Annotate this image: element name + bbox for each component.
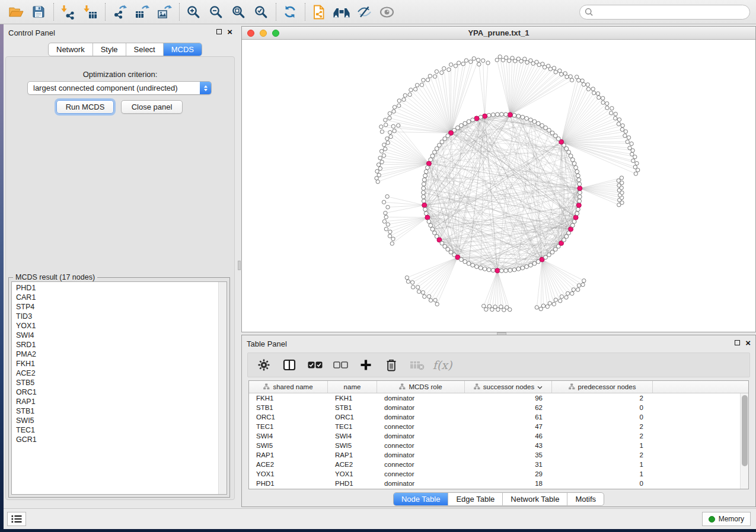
network-node[interactable]	[491, 268, 495, 273]
network-node[interactable]	[471, 263, 475, 267]
float-panel-icon[interactable]	[216, 29, 222, 34]
export-table-icon[interactable]	[133, 3, 151, 21]
network-node[interactable]	[586, 87, 590, 91]
network-node[interactable]	[482, 304, 486, 307]
network-node[interactable]	[605, 102, 609, 105]
table-cell[interactable]: 2	[552, 422, 653, 431]
network-node[interactable]	[523, 57, 527, 60]
table-row[interactable]: YOX1YOX1connector291	[249, 469, 740, 479]
mcds-result-item[interactable]: YOX1	[12, 321, 218, 331]
network-node-dominator[interactable]	[573, 215, 578, 220]
network-node[interactable]	[630, 152, 634, 156]
network-node[interactable]	[580, 79, 584, 82]
close-panel-button[interactable]: Close panel	[121, 100, 183, 114]
close-panel-icon[interactable]: ×	[227, 28, 232, 35]
network-node[interactable]	[479, 266, 483, 270]
network-node[interactable]	[378, 156, 382, 160]
network-node[interactable]	[501, 58, 505, 62]
network-node[interactable]	[393, 105, 396, 109]
search-field[interactable]	[579, 5, 750, 20]
table-cell[interactable]: FKH1	[328, 393, 377, 403]
network-node[interactable]	[435, 70, 438, 73]
table-row[interactable]: ACE2ACE2connector311	[249, 460, 740, 469]
table-cell[interactable]: TEC1	[249, 422, 328, 431]
close-window-icon[interactable]	[247, 30, 254, 37]
table-row[interactable]: STB1STB1dominator620	[249, 403, 740, 412]
zoom-selected-icon[interactable]	[252, 3, 270, 21]
network-node[interactable]	[525, 265, 529, 269]
network-node[interactable]	[388, 230, 392, 233]
table-cell[interactable]: 1	[552, 441, 653, 450]
network-node[interactable]	[440, 70, 444, 74]
import-table-icon[interactable]	[81, 3, 99, 21]
mcds-result-item[interactable]: SWI4	[12, 331, 218, 340]
network-node[interactable]	[552, 302, 556, 306]
network-node[interactable]	[633, 165, 637, 169]
network-node[interactable]	[424, 169, 428, 174]
network-node[interactable]	[386, 141, 390, 145]
network-node[interactable]	[467, 261, 471, 265]
network-node[interactable]	[384, 215, 388, 219]
network-node[interactable]	[430, 154, 435, 158]
network-node[interactable]	[420, 83, 423, 86]
network-node[interactable]	[560, 72, 563, 76]
mcds-result-item[interactable]: SRD1	[12, 340, 218, 350]
network-node[interactable]	[576, 288, 580, 291]
add-icon[interactable]	[358, 357, 374, 373]
network-node[interactable]	[411, 281, 414, 284]
network-node[interactable]	[388, 234, 391, 238]
network-node[interactable]	[635, 162, 639, 165]
mcds-result-item[interactable]: PHD1	[12, 283, 218, 293]
network-node[interactable]	[384, 118, 387, 121]
table-row[interactable]: ORC1ORC1dominator610	[249, 412, 740, 422]
network-node[interactable]	[457, 61, 461, 65]
table-scrollbar[interactable]	[740, 393, 748, 489]
network-node[interactable]	[454, 64, 457, 68]
network-node[interactable]	[525, 60, 529, 64]
network-node[interactable]	[621, 124, 624, 127]
network-node[interactable]	[575, 75, 579, 79]
network-node[interactable]	[392, 110, 395, 113]
network-node[interactable]	[532, 261, 537, 265]
network-node[interactable]	[511, 56, 514, 60]
network-node[interactable]	[566, 291, 569, 295]
network-node[interactable]	[413, 87, 417, 91]
table-cell[interactable]: 0	[552, 412, 653, 422]
network-node[interactable]	[406, 280, 410, 283]
network-node[interactable]	[570, 78, 573, 82]
table-cell[interactable]: 62	[465, 403, 552, 412]
network-node[interactable]	[617, 118, 621, 121]
network-node[interactable]	[421, 291, 425, 294]
table-cell[interactable]: ORC1	[328, 412, 377, 422]
mcds-result-item[interactable]: CAR1	[12, 293, 218, 302]
network-node[interactable]	[582, 279, 586, 283]
network-node[interactable]	[575, 169, 579, 174]
close-table-panel-icon[interactable]: ×	[745, 339, 751, 346]
network-node[interactable]	[578, 182, 582, 186]
network-node[interactable]	[384, 211, 387, 214]
hide-glasses-icon[interactable]	[355, 3, 373, 21]
network-node[interactable]	[634, 172, 637, 175]
network-node[interactable]	[554, 298, 557, 302]
network-node-dominator[interactable]	[483, 114, 487, 118]
table-cell[interactable]: 2	[552, 431, 653, 441]
list-scrollbar[interactable]	[218, 282, 227, 494]
table-cell[interactable]: 46	[465, 431, 552, 441]
network-node[interactable]	[422, 191, 426, 195]
network-titlebar[interactable]: YPA_prune.txt_1	[242, 27, 755, 40]
table-cell[interactable]: YOX1	[328, 469, 377, 479]
network-node[interactable]	[620, 176, 623, 180]
run-mcds-button[interactable]: Run MCDS	[56, 100, 114, 114]
network-node[interactable]	[384, 147, 387, 150]
network-node[interactable]	[529, 59, 532, 62]
network-node[interactable]	[577, 284, 580, 287]
table-cell[interactable]	[653, 431, 740, 441]
network-node[interactable]	[447, 68, 451, 71]
table-cell[interactable]: 43	[465, 441, 552, 450]
network-node[interactable]	[532, 120, 537, 124]
table-cell[interactable]: SWI5	[249, 441, 328, 450]
network-node[interactable]	[512, 113, 516, 117]
table-cell[interactable]: YOX1	[249, 469, 328, 479]
table-cell[interactable]: 0	[552, 403, 653, 412]
network-node[interactable]	[574, 166, 578, 170]
